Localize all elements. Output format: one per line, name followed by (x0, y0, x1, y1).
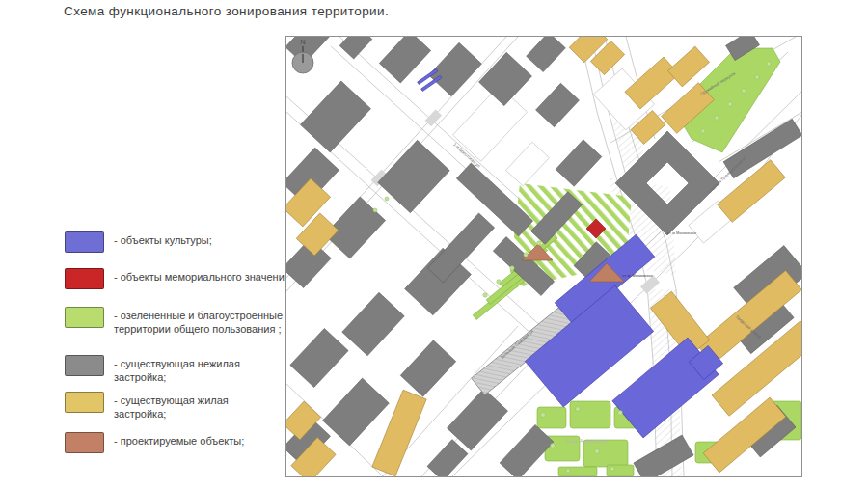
legend: - объекты культуры; - объекты мемориальн… (0, 0, 285, 489)
legend-swatch-culture (65, 231, 104, 253)
legend-label-residential: - существующая жилаязастройка; (114, 392, 307, 421)
legend-label-projected: - проектируемые объекты; (114, 432, 307, 453)
legend-swatch-projected (65, 432, 104, 453)
zoning-scheme-page: Схема функционального зонирования террит… (0, 0, 868, 489)
legend-item-memorial: - объекты мемориального значения ; (65, 268, 307, 289)
legend-swatch-residential (65, 392, 104, 413)
legend-item-greenery: - озелененные и благоустроенныетерритори… (65, 307, 307, 336)
metro-station-label-2: ст. м. Маяковская (622, 274, 652, 278)
zoning-map-svg: N 1-я Брестская ул Оружейный переулок Са… (286, 37, 801, 476)
legend-label-culture: - объекты культуры; (114, 231, 307, 253)
legend-swatch-greenery (65, 307, 104, 328)
zoning-map: N 1-я Брестская ул Оружейный переулок Са… (285, 36, 802, 477)
legend-label-greenery: - озелененные и благоустроенныетерритори… (114, 307, 307, 336)
legend-item-nonresidential: - существующая нежилаязастройка; (65, 355, 307, 384)
metro-station-label-1: ст. м Маяковская (667, 231, 696, 235)
legend-item-projected: - проектируемые объекты; (65, 432, 307, 453)
north-label: N (300, 39, 305, 45)
legend-label-nonresidential: - существующая нежилаязастройка; (114, 355, 307, 384)
garden-label: Сад Аквариум (565, 438, 609, 444)
legend-item-residential: - существующая жилаязастройка; (65, 392, 307, 421)
legend-item-culture: - объекты культуры; (65, 231, 307, 253)
legend-swatch-nonresidential (65, 355, 104, 376)
legend-swatch-memorial (65, 268, 104, 289)
legend-label-memorial: - объекты мемориального значения ; (114, 268, 307, 289)
